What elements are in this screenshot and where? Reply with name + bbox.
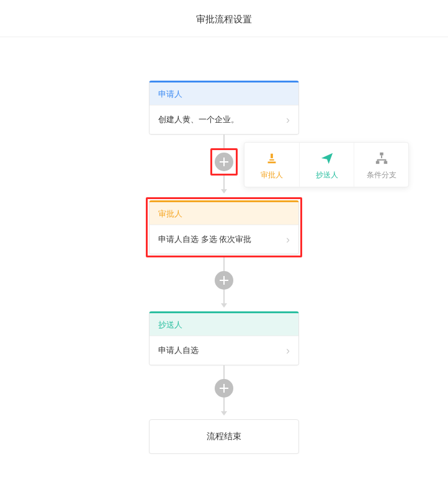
node-approver-title: 审批人 [150,202,298,225]
add-node-button[interactable] [215,271,233,290]
connector-3 [215,365,233,419]
node-approver-body[interactable]: 申请人自选 多选 依次审批 › [150,225,298,254]
stamp-icon [264,150,280,166]
node-applicant[interactable]: 申请人 创建人黄、一个企业。 › [149,81,299,135]
add-node-button[interactable] [215,379,233,398]
popover-option-cc[interactable]: 抄送人 [299,143,354,187]
arrow-down-icon [221,411,227,416]
add-node-button[interactable] [215,153,233,171]
flow-line [223,135,225,148]
node-cc-body[interactable]: 申请人自选 › [150,336,298,365]
node-cc-title: 抄送人 [150,313,298,336]
node-applicant-title: 申请人 [150,82,298,105]
node-applicant-text: 创建人黄、一个企业。 [158,114,239,125]
node-approver-text: 申请人自选 多选 依次审批 [158,234,251,245]
flow-line [223,290,225,303]
flow-line [223,365,225,379]
arrow-down-icon [221,303,227,308]
flow-line [223,257,225,271]
highlight-approver-node: 审批人 申请人自选 多选 依次审批 › [146,197,302,257]
node-end-label: 流程结束 [207,431,241,441]
popover-branch-label: 条件分支 [367,170,396,180]
popover-option-approver[interactable]: 审批人 [244,143,299,187]
chevron-right-icon: › [286,114,290,125]
connector-1: 审批人 抄送人 条件分支 [210,135,238,197]
node-applicant-body[interactable]: 创建人黄、一个企业。 › [150,105,298,134]
flow-line [223,398,225,411]
flow-line [223,176,225,189]
node-cc[interactable]: 抄送人 申请人自选 › [149,311,299,365]
svg-rect-0 [380,153,383,156]
chevron-right-icon: › [286,345,290,356]
popover-cc-label: 抄送人 [316,170,338,180]
add-node-popover: 审批人 抄送人 条件分支 [244,142,409,187]
paper-plane-icon [319,150,335,166]
popover-approver-label: 审批人 [261,170,283,180]
flow-canvas: 申请人 创建人黄、一个企业。 › 审批人 抄送人 [0,37,448,454]
arrow-down-icon [221,189,227,194]
connector-2 [215,257,233,311]
org-tree-icon [374,150,390,166]
highlight-add-button [210,148,238,176]
node-approver[interactable]: 审批人 申请人自选 多选 依次审批 › [149,200,299,254]
page-title: 审批流程设置 [0,0,448,37]
chevron-right-icon: › [286,234,290,245]
node-end: 流程结束 [149,419,299,454]
popover-option-branch[interactable]: 条件分支 [354,143,408,187]
node-cc-text: 申请人自选 [158,345,199,356]
